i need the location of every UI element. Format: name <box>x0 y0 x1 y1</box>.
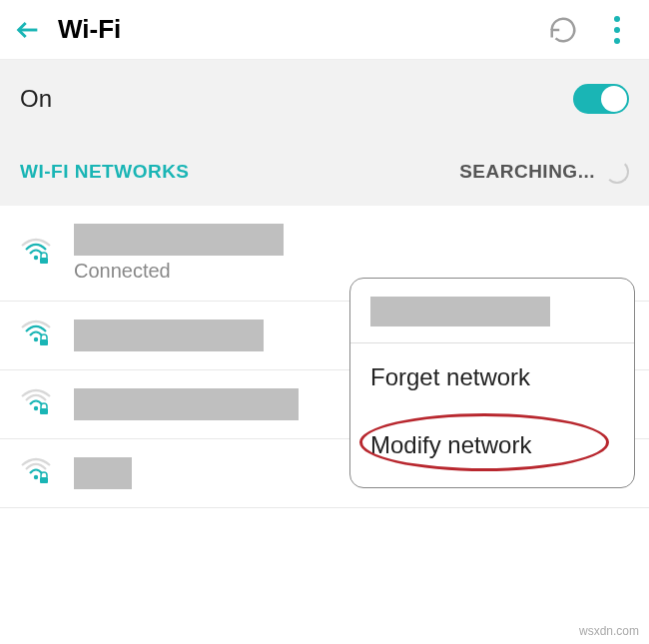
searching-status: SEARCHING... <box>459 160 629 184</box>
network-name <box>74 388 299 420</box>
svg-point-5 <box>34 406 38 410</box>
back-arrow-icon[interactable] <box>12 14 44 46</box>
wifi-signal-icon <box>20 388 52 420</box>
wifi-toggle[interactable] <box>573 84 629 114</box>
svg-point-3 <box>34 337 38 341</box>
svg-point-1 <box>34 255 38 259</box>
svg-point-7 <box>34 475 38 479</box>
networks-header: WI-FI NETWORKS SEARCHING... <box>0 138 649 206</box>
network-name <box>74 224 284 256</box>
modify-network-item[interactable]: Modify network <box>350 411 634 479</box>
svg-rect-8 <box>40 477 48 483</box>
watermark: wsxdn.com <box>579 624 639 638</box>
wifi-signal-icon <box>20 238 52 270</box>
toggle-label: On <box>20 85 573 113</box>
svg-rect-6 <box>40 408 48 414</box>
network-name <box>74 320 264 351</box>
wifi-signal-icon <box>20 320 52 351</box>
page-title: Wi-Fi <box>58 14 121 45</box>
spinner-icon <box>605 160 629 184</box>
svg-rect-2 <box>40 258 48 264</box>
refresh-icon[interactable] <box>545 12 581 48</box>
more-vert-icon[interactable] <box>605 12 629 48</box>
app-header: Wi-Fi <box>0 0 649 60</box>
context-menu: Forget network Modify network <box>349 278 635 488</box>
networks-section-title: WI-FI NETWORKS <box>20 161 459 183</box>
forget-network-item[interactable]: Forget network <box>350 343 634 411</box>
context-network-name <box>370 297 550 326</box>
wifi-toggle-row: On <box>0 60 649 138</box>
network-name <box>74 457 132 489</box>
svg-rect-4 <box>40 339 48 345</box>
wifi-signal-icon <box>20 457 52 489</box>
network-info: Connected <box>74 224 629 283</box>
context-menu-header <box>350 287 634 343</box>
